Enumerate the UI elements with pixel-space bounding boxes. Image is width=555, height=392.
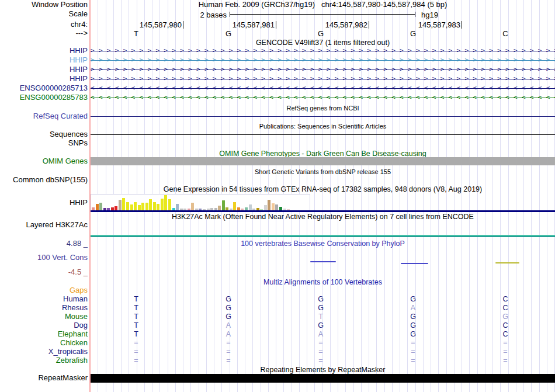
gtex-tissue-bar[interactable] xyxy=(287,209,290,210)
gencode-item-label[interactable]: HHIP xyxy=(70,65,88,74)
gtex-tissue-bar[interactable] xyxy=(191,203,194,210)
position-tick-mark xyxy=(369,21,369,29)
gtex-tissue-bar[interactable] xyxy=(141,203,144,210)
multiz-species-label[interactable]: Elephant xyxy=(58,330,88,338)
gtex-tissue-bar[interactable] xyxy=(164,195,167,210)
multiz-aligned-base: T xyxy=(314,313,328,321)
gtex-tissue-bar[interactable] xyxy=(264,205,267,210)
gtex-tissue-bar[interactable] xyxy=(222,200,225,210)
gtex-tissue-bar[interactable] xyxy=(161,199,164,210)
layered-h3k27ac-label[interactable]: Layered H3K27Ac xyxy=(26,221,88,229)
gtex-tissue-bar[interactable] xyxy=(207,209,210,210)
publications-snps-label[interactable]: SNPs xyxy=(68,139,88,147)
transcript-direction-arrows[interactable]: <<<<<<<<<<<<<<<<<<<<<<<<<<<<<<<<<<<<<<<<… xyxy=(91,84,555,93)
omim-genes-label[interactable]: OMIM Genes xyxy=(43,157,88,165)
gtex-tissue-bar[interactable] xyxy=(145,203,148,210)
gtex-track-title: Gene Expression in 54 tissues from GTEx … xyxy=(91,186,555,193)
gtex-tissue-bar[interactable] xyxy=(272,203,275,210)
gtex-tissue-bar[interactable] xyxy=(111,207,114,210)
gtex-tissue-bar[interactable] xyxy=(256,208,259,210)
transcript-direction-arrows[interactable]: >>>>>>>>>>>>>>>>>>>>>>>>>>>>>>>>>>>>>>>>… xyxy=(91,65,555,74)
gtex-tissue-bar[interactable] xyxy=(245,207,248,210)
gtex-tissue-bar[interactable] xyxy=(279,207,282,210)
multiz-species-label[interactable]: Rhesus xyxy=(62,304,88,312)
gtex-tissue-bar[interactable] xyxy=(92,207,95,210)
gtex-tissue-bar[interactable] xyxy=(149,199,152,210)
gtex-tissue-bar[interactable] xyxy=(126,202,129,210)
multiz-aligned-base: G xyxy=(406,321,420,329)
gtex-tissue-bar[interactable] xyxy=(153,202,156,210)
multiz-gaps-label[interactable]: Gaps xyxy=(70,286,88,294)
multiz-aligned-base: = xyxy=(221,356,235,365)
transcript-direction-arrows[interactable]: >>>>>>>>>>>>>>>>>>>>>>>>>>>>>>>>>>>>>>>>… xyxy=(91,55,555,65)
chrom-label: chr4: xyxy=(71,20,88,29)
gtex-tissue-bar[interactable] xyxy=(138,205,141,210)
h3k27ac-track-title: H3K27Ac Mark (Often Found Near Active Re… xyxy=(91,213,555,221)
gtex-tissue-bar[interactable] xyxy=(260,209,263,210)
gtex-tissue-bar[interactable] xyxy=(96,204,99,210)
gtex-tissue-bar[interactable] xyxy=(134,202,137,210)
gtex-tissue-bar[interactable] xyxy=(203,209,206,210)
gtex-tissue-bar[interactable] xyxy=(195,209,198,210)
assembly-name: Human Feb. 2009 (GRCh37/hg19) xyxy=(199,0,315,9)
gtex-tissue-bar[interactable] xyxy=(268,200,270,210)
gtex-tissue-bar[interactable] xyxy=(115,206,117,210)
gtex-tissue-bar[interactable] xyxy=(275,204,278,210)
refseq-curated-label[interactable]: RefSeq Curated xyxy=(33,112,88,120)
multiz-aligned-base: G xyxy=(314,295,328,303)
gtex-tissue-bar[interactable] xyxy=(157,204,159,210)
gencode-item-label[interactable]: HHIP xyxy=(70,47,88,55)
phylop-track-label[interactable]: 100 Vert. Cons xyxy=(37,254,88,262)
gencode-item-label[interactable]: ENSG00000285783 xyxy=(20,93,88,102)
gtex-tissue-bar[interactable] xyxy=(230,209,233,210)
gtex-tissue-bar[interactable] xyxy=(119,200,122,210)
gtex-tissue-bar[interactable] xyxy=(176,204,179,210)
window-position-label: Window Position xyxy=(32,1,88,9)
gtex-tissue-bar[interactable] xyxy=(183,209,186,210)
gtex-tissue-bar[interactable] xyxy=(168,199,171,210)
gtex-tissue-bar[interactable] xyxy=(249,204,252,210)
multiz-species-label[interactable]: Zebrafish xyxy=(56,356,88,365)
gtex-tissue-bar[interactable] xyxy=(283,209,286,210)
transcript-direction-arrows[interactable]: >>>>>>>>>>>>>>>>>>>>>>>>>>>>>>>>>>>>>>>>… xyxy=(91,46,555,55)
transcript-direction-arrows[interactable]: <<<<<<<<<<<<<<<<<<<<<<<<<<<<<<<<<<<<<<<<… xyxy=(91,93,555,102)
repeatmasker-element-bar[interactable] xyxy=(91,374,555,383)
omim-gene-bar[interactable] xyxy=(91,157,555,165)
multiz-species-label[interactable]: Chicken xyxy=(60,339,88,347)
gtex-tissue-bar[interactable] xyxy=(214,208,217,210)
repeatmasker-label[interactable]: RepeatMasker xyxy=(38,374,88,382)
multiz-species-label[interactable]: Human xyxy=(63,295,88,303)
publications-sequences-label[interactable]: Sequences xyxy=(50,130,88,138)
position-tick-label: 145,587,982 xyxy=(303,20,367,29)
gtex-tissue-bar[interactable] xyxy=(252,209,255,210)
gencode-item-label[interactable]: HHIP xyxy=(70,56,88,64)
multiz-aligned-base: T xyxy=(129,313,143,321)
gtex-tissue-bar[interactable] xyxy=(172,208,175,210)
gtex-tissue-bar[interactable] xyxy=(107,208,110,210)
gtex-tissue-bar[interactable] xyxy=(103,208,106,210)
gencode-item-label[interactable]: ENSG00000285713 xyxy=(20,84,88,92)
gtex-tissue-bar[interactable] xyxy=(226,207,228,210)
multiz-species-label[interactable]: Mouse xyxy=(65,313,88,321)
multiz-species-label[interactable]: X_tropicalis xyxy=(48,348,88,356)
assembly-position-header: Human Feb. 2009 (GRCh37/hg19) chr4:145,5… xyxy=(91,1,555,8)
gtex-gene-label[interactable]: HHIP xyxy=(70,199,88,207)
multiz-species-label[interactable]: Dog xyxy=(74,321,88,329)
refseq-curated-item[interactable] xyxy=(91,116,555,117)
h3k27ac-signal-line[interactable] xyxy=(91,235,555,237)
gtex-tissue-bar[interactable] xyxy=(241,209,244,210)
gtex-tissue-bar[interactable] xyxy=(233,202,236,210)
gtex-tissue-bar[interactable] xyxy=(199,209,202,210)
gtex-tissue-bar[interactable] xyxy=(188,209,190,210)
gtex-tissue-bar[interactable] xyxy=(130,204,133,210)
publications-sequences-item[interactable] xyxy=(91,134,555,135)
gtex-tissue-bar[interactable] xyxy=(180,209,183,210)
common-dbsnp-label[interactable]: Common dbSNP(155) xyxy=(13,176,88,184)
gtex-tissue-bar[interactable] xyxy=(218,206,221,210)
gtex-tissue-bar[interactable] xyxy=(122,198,125,210)
gtex-tissue-bar[interactable] xyxy=(99,203,102,210)
gencode-item-label[interactable]: HHIP xyxy=(70,75,88,83)
transcript-direction-arrows[interactable]: >>>>>>>>>>>>>>>>>>>>>>>>>>>>>>>>>>>>>>>>… xyxy=(91,74,555,84)
gtex-tissue-bar[interactable] xyxy=(237,207,240,210)
gtex-tissue-bar[interactable] xyxy=(210,208,213,210)
